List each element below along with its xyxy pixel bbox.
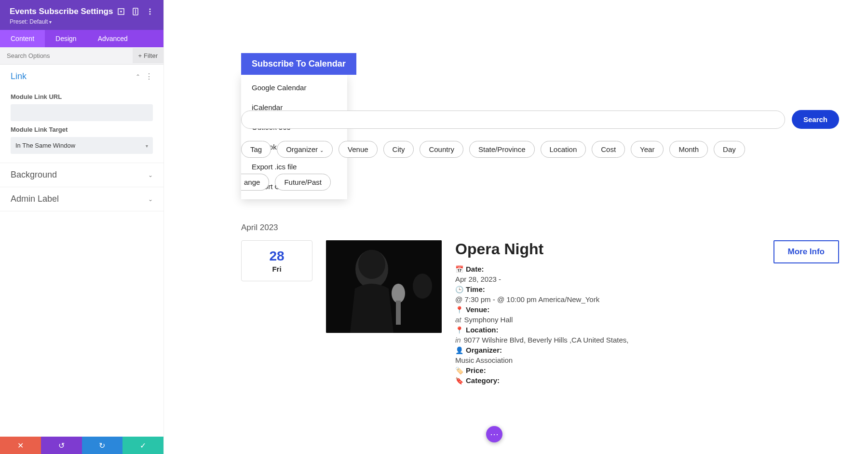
section-link-header[interactable]: Link ⌃ ⋮	[0, 65, 163, 88]
more-info-button[interactable]: More Info	[773, 240, 840, 263]
chevron-down-icon: ⌄	[148, 196, 153, 203]
filter-chip[interactable]: Year	[631, 141, 664, 158]
search-button[interactable]: Search	[792, 110, 839, 129]
chevron-up-icon: ⌃	[136, 73, 140, 80]
svg-point-1	[121, 11, 122, 12]
filter-chip[interactable]: Tag	[241, 141, 271, 158]
filter-chip[interactable]: Future/Past	[275, 174, 331, 191]
more-icon[interactable]	[146, 8, 154, 15]
options-search-input[interactable]	[0, 47, 133, 64]
save-button[interactable]: ✓	[122, 437, 163, 454]
sidebar-header: Events Subscribe Settings Preset: Defaul…	[0, 0, 163, 30]
event-info: Opera Night 📅Date: Apr 28, 2023 - 🕒Time:…	[455, 240, 760, 386]
filter-chip[interactable]: State/Province	[469, 141, 535, 158]
filter-button[interactable]: +Filter	[133, 48, 163, 63]
tab-advanced[interactable]: Advanced	[87, 30, 138, 47]
module-link-target-select[interactable]	[11, 137, 153, 154]
cancel-button[interactable]: ✕	[0, 437, 41, 454]
sidebar-footer: ✕ ↺ ↻ ✓	[0, 437, 163, 454]
preview-area: Subscribe To Calendar Google CalendariCa…	[164, 0, 868, 454]
tablet-icon[interactable]	[132, 8, 139, 15]
subscribe-menu-item[interactable]: Google Calendar	[241, 78, 347, 97]
section-more-icon[interactable]: ⋮	[145, 72, 153, 81]
module-link-url-input[interactable]	[11, 104, 153, 121]
event-location-value: 9077 Wilshire Blvd, Beverly Hills ,CA Un…	[464, 336, 629, 344]
clock-icon: 🕒	[455, 286, 463, 293]
month-heading: April 2023	[241, 223, 278, 233]
filter-chip[interactable]: Location	[541, 141, 586, 158]
expand-icon[interactable]	[117, 8, 125, 15]
filter-chip-partial[interactable]: ange	[241, 174, 269, 191]
filter-chip[interactable]: City	[383, 141, 414, 158]
calendar-icon: 📅	[455, 265, 463, 273]
pin-icon: 📍	[455, 326, 463, 334]
event-date-value: Apr 28, 2023 -	[455, 275, 501, 283]
target-field-label: Module Link Target	[11, 126, 153, 133]
tab-content[interactable]: Content	[0, 30, 45, 47]
svg-point-9	[358, 250, 385, 279]
subscribe-to-calendar-button[interactable]: Subscribe To Calendar	[241, 53, 356, 75]
section-background-header[interactable]: Background ⌄	[0, 163, 163, 187]
event-date-box: 28 Fri	[241, 240, 312, 281]
svg-point-5	[149, 11, 151, 13]
section-admin-label-header[interactable]: Admin Label ⌄	[0, 187, 163, 211]
svg-point-10	[392, 284, 405, 303]
tab-design[interactable]: Design	[45, 30, 87, 47]
svg-point-4	[149, 9, 151, 10]
svg-rect-11	[396, 301, 401, 325]
event-title: Opera Night	[455, 240, 760, 258]
svg-point-12	[413, 274, 432, 299]
filter-chip[interactable]: Country	[420, 141, 463, 158]
bookmark-icon: 🔖	[455, 377, 463, 385]
chevron-down-icon: ⌄	[148, 172, 153, 179]
event-organizer-value: Music Association	[455, 356, 513, 364]
preset-selector[interactable]: Preset: Default	[10, 18, 154, 25]
section-link: Link ⌃ ⋮ Module Link URL Module Link Tar…	[0, 65, 163, 163]
sidebar-tabs: Content Design Advanced	[0, 30, 163, 47]
event-image	[326, 240, 442, 333]
filter-chip[interactable]: Cost	[592, 141, 625, 158]
tag-icon: 🏷️	[455, 367, 463, 374]
filter-chip[interactable]: Organizer⌄	[277, 141, 333, 158]
floating-action-button[interactable]: ⋯	[486, 426, 502, 442]
redo-button[interactable]: ↻	[82, 437, 123, 454]
filter-chips-row: TagOrganizer⌄VenueCityCountryState/Provi…	[241, 141, 839, 158]
event-actions: More Info	[773, 240, 840, 263]
filter-chip[interactable]: Day	[714, 141, 745, 158]
section-background: Background ⌄	[0, 163, 163, 187]
section-admin-label: Admin Label ⌄	[0, 187, 163, 211]
settings-sidebar: Events Subscribe Settings Preset: Defaul…	[0, 0, 164, 454]
filter-chips-row-2: angeFuture/Past	[241, 174, 331, 191]
event-search-row: Search	[241, 110, 839, 129]
filter-chip[interactable]: Month	[669, 141, 708, 158]
event-date-number: 28	[242, 248, 312, 264]
filter-chip[interactable]: Venue	[339, 141, 378, 158]
event-card: 28 Fri Opera Night 📅Date: Apr 28, 2023 -…	[241, 240, 839, 386]
person-icon: 👤	[455, 346, 463, 354]
sidebar-title: Events Subscribe Settings	[10, 7, 113, 16]
url-field-label: Module Link URL	[11, 93, 153, 100]
svg-point-6	[149, 14, 151, 15]
options-search-bar: +Filter	[0, 47, 163, 65]
event-search-input[interactable]	[241, 110, 785, 129]
pin-icon: 📍	[455, 306, 463, 314]
event-venue-value: Symphony Hall	[464, 316, 513, 324]
event-date-day: Fri	[242, 265, 312, 273]
undo-button[interactable]: ↺	[41, 437, 82, 454]
event-time-value: @ 7:30 pm - @ 10:00 pm America/New_York	[455, 295, 599, 303]
